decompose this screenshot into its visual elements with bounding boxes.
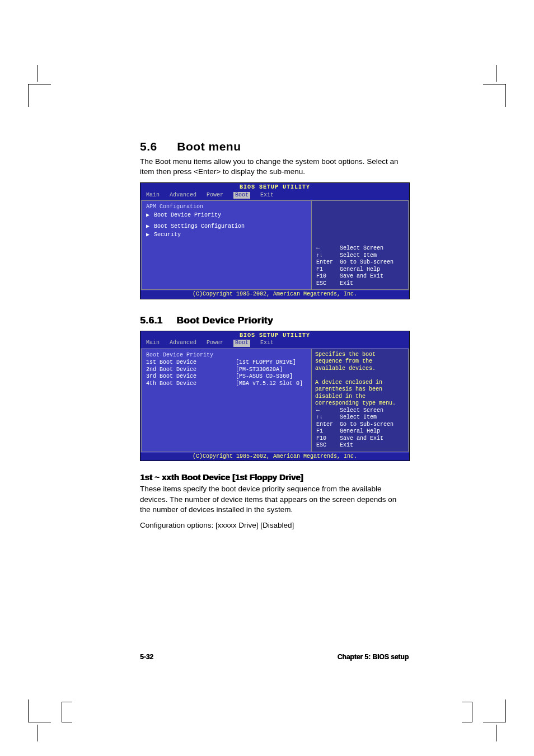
crop-mark — [28, 699, 51, 722]
submenu-arrow-icon: ▶ — [146, 223, 149, 231]
help-key: Enter — [316, 259, 335, 266]
chapter-label: Chapter 5: BIOS setup — [338, 653, 409, 661]
help-key: ↑↓ — [316, 252, 335, 260]
submenu-arrow-icon: ▶ — [146, 232, 149, 239]
bios-row-value: [MBA v7.5.12 Slot 0] — [236, 381, 303, 388]
help-key: Enter — [316, 421, 335, 429]
bios-title: BIOS SETUP UTILITY — [140, 183, 409, 191]
bios-item-security[interactable]: ▶Security — [146, 231, 307, 240]
bios-title: BIOS SETUP UTILITY — [140, 331, 409, 340]
crop-mark — [483, 699, 506, 722]
bios-content-pane: APM Configuration ▶Boot Device Priority … — [141, 200, 311, 290]
bios-row-label: 2nd Boot Device — [146, 367, 236, 374]
bios-content-pane: Boot Device Priority 1st Boot Device[1st… — [141, 349, 311, 452]
help-desc: Select Screen — [340, 407, 404, 415]
crop-mark — [62, 702, 72, 722]
help-desc: Save and Exit — [340, 273, 404, 280]
bios-tab-exit[interactable]: Exit — [260, 340, 274, 347]
help-key: ↑↓ — [316, 414, 335, 421]
bios-item-label: Boot Device Priority — [154, 212, 221, 218]
bios-row-value: [PM-ST330620A] — [236, 367, 283, 374]
help-key: F10 — [316, 273, 335, 280]
bios-copyright: (C)Copyright 1985-2002, American Megatre… — [140, 453, 409, 461]
bios-menubar: Main Advanced Power Boot Exit — [140, 339, 409, 348]
bios-tab-boot[interactable]: Boot — [233, 192, 250, 199]
crop-mark — [28, 84, 51, 107]
bios-row-label: 3rd Boot Device — [146, 373, 236, 381]
help-key: ← — [316, 407, 335, 415]
bios-tab-advanced[interactable]: Advanced — [170, 192, 196, 199]
bios-screenshot-boot-priority: BIOS SETUP UTILITY Main Advanced Power B… — [140, 331, 410, 462]
bios-item-boot-settings[interactable]: ▶Boot Settings Configuration — [146, 223, 307, 231]
help-desc: Select Screen — [340, 245, 404, 252]
section-intro: The Boot menu items allow you to change … — [140, 157, 409, 177]
help-key: ← — [316, 245, 335, 252]
crop-mark — [483, 84, 506, 107]
bios-row-1st-boot[interactable]: 1st Boot Device[1st FLOPPY DRIVE] — [146, 359, 307, 367]
bios-help-pane: ←Select Screen ↑↓Select Item EnterGo to … — [311, 200, 409, 290]
bios-screenshot-boot-menu: BIOS SETUP UTILITY Main Advanced Power B… — [140, 182, 410, 299]
bios-copyright: (C)Copyright 1985-2002, American Megatre… — [140, 290, 409, 299]
option-heading: 1st ~ xxth Boot Device [1st Floppy Drive… — [140, 472, 409, 482]
help-key: F1 — [316, 266, 335, 274]
bios-tab-power[interactable]: Power — [207, 192, 223, 199]
help-key: F1 — [316, 428, 335, 435]
subsection-title: Boot Device Priority — [176, 315, 273, 326]
page-number: 5-32 — [140, 653, 153, 661]
bios-row-3rd-boot[interactable]: 3rd Boot Device[PS-ASUS CD-S360] — [146, 373, 307, 381]
bios-tab-main[interactable]: Main — [146, 192, 160, 199]
help-desc: Go to Sub-screen — [340, 259, 404, 266]
bios-tab-power[interactable]: Power — [207, 340, 223, 347]
bios-header: APM Configuration — [146, 203, 307, 212]
bios-tab-main[interactable]: Main — [146, 340, 160, 347]
help-desc: General Help — [340, 266, 404, 274]
bios-menubar: Main Advanced Power Boot Exit — [140, 191, 409, 200]
bios-row-value: [PS-ASUS CD-S360] — [236, 373, 293, 381]
bios-help-pane: Specifies the boot sequence from the ava… — [311, 349, 409, 452]
section-number: 5.6 — [140, 140, 174, 153]
help-desc: Select Item — [340, 252, 404, 260]
bios-item-label: Security — [154, 232, 181, 238]
bios-tab-boot[interactable]: Boot — [233, 340, 250, 347]
subsection-number: 5.6.1 — [140, 315, 174, 326]
page-footer: 5-32 Chapter 5: BIOS setup — [140, 653, 409, 661]
help-desc: Save and Exit — [340, 435, 404, 443]
section-heading: 5.6 Boot menu — [140, 140, 409, 153]
bios-row-4th-boot[interactable]: 4th Boot Device[MBA v7.5.12 Slot 0] — [146, 381, 307, 388]
subsection-heading: 5.6.1 Boot Device Priority — [140, 315, 409, 326]
section-title: Boot menu — [177, 140, 241, 153]
bios-row-2nd-boot[interactable]: 2nd Boot Device[PM-ST330620A] — [146, 367, 307, 374]
help-desc: Select Item — [340, 414, 404, 421]
submenu-arrow-icon: ▶ — [146, 212, 149, 219]
help-desc: General Help — [340, 428, 404, 435]
option-description: These items specify the boot device prio… — [140, 484, 409, 515]
bios-tab-advanced[interactable]: Advanced — [170, 340, 196, 347]
help-desc: Go to Sub-screen — [340, 421, 404, 429]
bios-item-boot-device-priority[interactable]: ▶Boot Device Priority — [146, 212, 307, 220]
help-desc: Exit — [340, 442, 404, 449]
help-key: ESC — [316, 280, 335, 288]
bios-item-description: Specifies the boot sequence from the ava… — [315, 351, 405, 407]
bios-row-label: 1st Boot Device — [146, 359, 236, 367]
option-config: Configuration options: [xxxxx Drive] [Di… — [140, 520, 409, 530]
bios-tab-exit[interactable]: Exit — [260, 192, 274, 199]
help-desc: Exit — [340, 280, 404, 288]
help-key: ESC — [316, 442, 335, 449]
bios-row-value: [1st FLOPPY DRIVE] — [236, 359, 296, 367]
bios-item-label: Boot Settings Configuration — [154, 223, 245, 229]
bios-row-label: 4th Boot Device — [146, 381, 236, 388]
bios-header: Boot Device Priority — [146, 351, 307, 360]
crop-mark — [462, 702, 472, 722]
help-key: F10 — [316, 435, 335, 443]
